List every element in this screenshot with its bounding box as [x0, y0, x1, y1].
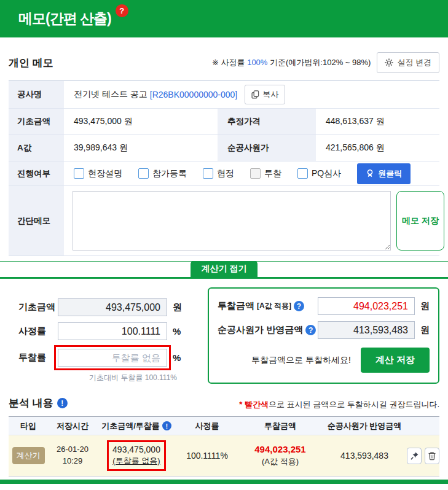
- table-row: 진행여부 현장설명 참가등록 협정 투찰: [9, 161, 439, 186]
- row-bid-note: (A값 적용): [238, 456, 322, 467]
- analysis-table-row: 계산기 26-01-20 10:29 493,475,000 (투찰률 없음) …: [9, 435, 439, 476]
- pushpin-icon: [410, 451, 419, 461]
- bid-amount-unit: 원: [420, 300, 430, 312]
- table-row: 기초금액 493,475,000 원 추정가격 448,613,637 원: [9, 109, 439, 135]
- bid-result-box: 투찰금액 [A값 적용] ? 원 순공사원가 반영금액 ? 원 투찰금액으로 투…: [208, 287, 439, 384]
- base-amount-value: 493,475,000 원: [64, 109, 218, 134]
- page-header: 메모(간편 산출) ?: [0, 0, 448, 37]
- calc-base-input[interactable]: [58, 298, 167, 316]
- col-type: 타입: [9, 421, 48, 432]
- calc-rate-unit: %: [173, 326, 181, 336]
- base-ratio-caption: 기초대비 투찰률 100.111%: [9, 373, 177, 383]
- copy-icon: [251, 90, 259, 99]
- col-base-bidrate: 기초금액/투찰률: [101, 421, 160, 432]
- divider-line: [0, 277, 448, 279]
- analysis-title: 분석 내용: [9, 396, 53, 410]
- a-value-label: A값: [9, 135, 64, 161]
- copy-button[interactable]: 복사: [245, 85, 285, 104]
- project-name-label: 공사명: [9, 81, 64, 108]
- calc-rate-label: 사정률: [9, 325, 58, 337]
- analysis-table: 타입 저장시간 기초금액/투찰률 ! 사정률 투찰금액 순공사원가 반영금액 계…: [9, 416, 439, 476]
- col-saved-time: 저장시간: [48, 421, 97, 432]
- copy-button-label: 복사: [262, 89, 278, 100]
- memo-label: 간단메모: [9, 186, 64, 255]
- table-row: 간단메모 메모 저장: [9, 186, 439, 256]
- a-value: 39,989,643 원: [64, 135, 218, 161]
- row-net-amount: 413,593,483: [322, 451, 407, 461]
- delete-button[interactable]: [425, 448, 439, 464]
- rate-note-highlight: 100%: [247, 58, 267, 67]
- oneclick-button-label: 원클릭: [378, 168, 402, 179]
- row-base-amount: 493,475,000: [112, 445, 160, 454]
- progress-checkbox-bid[interactable]: 투찰: [250, 168, 281, 179]
- analysis-note: * 빨간색으로 표시된 금액으로 투찰하시길 권장드립니다.: [239, 399, 439, 410]
- col-net-amount: 순공사원가 반영금액: [322, 421, 407, 432]
- project-code-link[interactable]: [R26BK00000000-000]: [150, 90, 237, 99]
- row-bid-amount: 494,023,251: [238, 444, 322, 454]
- col-rate: 사정률: [176, 421, 238, 432]
- memo-textarea[interactable]: [73, 191, 391, 251]
- base-amount-highlight-box: 493,475,000 (투찰률 없음): [107, 440, 166, 471]
- rate-basis-note: ※ 사정률 100% 기준(예가범위:102% ~ 98%): [212, 57, 371, 68]
- checkbox-icon[interactable]: [203, 168, 213, 179]
- checkbox-icon[interactable]: [74, 168, 84, 179]
- net-reflect-input[interactable]: [318, 321, 415, 339]
- progress-checkbox-site-briefing[interactable]: 현장설명: [74, 168, 122, 179]
- info-icon[interactable]: !: [57, 398, 68, 408]
- progress-checkbox-registration[interactable]: 참가등록: [138, 168, 187, 179]
- estimate-price-value: 448,613,637 원: [316, 109, 439, 134]
- question-icon[interactable]: ?: [294, 301, 304, 311]
- calculator-divider: 계산기 접기: [0, 261, 448, 279]
- base-amount-label: 기초금액: [9, 109, 64, 134]
- calc-bidrate-unit: %: [173, 352, 181, 363]
- calc-base-label: 기초금액: [9, 301, 58, 313]
- calc-rate-input[interactable]: [58, 322, 167, 340]
- checkbox-icon[interactable]: [297, 168, 308, 179]
- bottom-divider-bar: [0, 480, 448, 484]
- checkbox-label: 투찰: [264, 168, 281, 179]
- saved-time: 10:29: [48, 456, 97, 467]
- help-icon[interactable]: ?: [116, 4, 128, 17]
- settings-button[interactable]: 설정 변경: [377, 52, 439, 73]
- pin-button[interactable]: [407, 448, 422, 464]
- memo-save-button[interactable]: 메모 저장: [396, 191, 444, 251]
- page-title: 메모(간편 산출): [18, 9, 111, 28]
- table-row: A값 39,989,643 원 순공사원가 421,565,806 원: [9, 135, 439, 161]
- medal-icon: [366, 169, 374, 178]
- progress-label: 진행여부: [9, 161, 64, 185]
- saved-date: 26-01-20: [48, 444, 97, 456]
- progress-checkbox-pq[interactable]: PQ심사: [297, 168, 341, 179]
- calc-save-button[interactable]: 계산 저장: [361, 348, 430, 373]
- calc-bidrate-label: 투찰률: [9, 352, 58, 364]
- checkbox-label: 참가등록: [152, 168, 187, 179]
- checkbox-label: 협정: [217, 168, 234, 179]
- calculator-fold-button[interactable]: 계산기 접기: [191, 261, 258, 277]
- project-name-text: 전기넷 테스트 공고: [74, 89, 147, 100]
- net-cost-label: 순공사원가: [218, 135, 316, 161]
- bid-hint-text: 투찰금액으로 투찰하세요!: [251, 355, 351, 366]
- checkbox-icon[interactable]: [138, 168, 149, 179]
- calculator-section: 기초금액 원 사정률 % 투찰률 % 기초대비 투찰률 100.111% 투찰금…: [0, 279, 448, 384]
- checkbox-label: 현장설명: [88, 168, 122, 179]
- row-base-note[interactable]: (투찰률 없음): [112, 456, 160, 467]
- question-icon[interactable]: ?: [305, 325, 316, 335]
- net-cost-value: 421,565,806 원: [316, 135, 439, 161]
- oneclick-button[interactable]: 원클릭: [357, 163, 411, 184]
- estimate-price-label: 추정가격: [218, 109, 316, 134]
- checkbox-icon[interactable]: [250, 168, 261, 179]
- gear-icon: [385, 58, 393, 67]
- progress-checkbox-agreement[interactable]: 협정: [203, 168, 234, 179]
- type-badge: 계산기: [12, 447, 45, 464]
- net-reflect-label: 순공사원가 반영금액: [218, 324, 303, 336]
- row-rate: 100.1111%: [176, 451, 238, 461]
- personal-memo-title: 개인 메모: [9, 56, 53, 70]
- personal-memo-section: 개인 메모 ※ 사정률 100% 기준(예가범위:102% ~ 98%): [0, 52, 448, 256]
- bid-amount-input[interactable]: [318, 297, 415, 315]
- calc-base-unit: 원: [173, 301, 182, 313]
- settings-button-label: 설정 변경: [397, 57, 431, 68]
- info-icon[interactable]: !: [162, 421, 171, 430]
- table-row: 공사명 전기넷 테스트 공고 [R26BK00000000-000] 복사: [9, 81, 439, 109]
- analysis-table-header: 타입 저장시간 기초금액/투찰률 ! 사정률 투찰금액 순공사원가 반영금액: [9, 417, 439, 435]
- col-bid-amount: 투찰금액: [238, 421, 322, 432]
- calc-bidrate-input[interactable]: [58, 349, 167, 367]
